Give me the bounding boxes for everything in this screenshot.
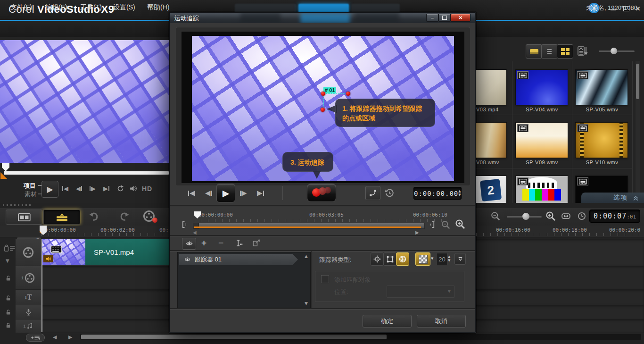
- preview-repeat-button[interactable]: [116, 185, 124, 193]
- timeline-scroll-right-button[interactable]: ▶: [68, 335, 72, 340]
- project-duration-button[interactable]: [577, 211, 586, 221]
- overlay-track-header[interactable]: 1: [16, 266, 41, 290]
- timeline-clip[interactable]: SP-V01.mp4: [42, 239, 172, 265]
- track-lock-all-button[interactable]: [4, 244, 16, 253]
- timeline-hscrollbar-thumb[interactable]: [81, 335, 387, 339]
- timecode-spinner[interactable]: ▲▼: [458, 190, 461, 197]
- preview-play-button[interactable]: ▶: [41, 181, 58, 198]
- library-cell[interactable]: V03.mp4: [475, 61, 512, 115]
- dialog-prev-frame-button[interactable]: ◀: [205, 190, 212, 197]
- preview-prev-frame-button[interactable]: ◀: [76, 185, 82, 192]
- media-thumbnail[interactable]: [475, 70, 506, 105]
- media-thumbnail[interactable]: [516, 70, 568, 105]
- timeline-ruler-left[interactable]: 00:00:00:00 00:00:02:00 00:00:0: [0, 226, 169, 237]
- timeline-playhead-line[interactable]: [41, 239, 42, 332]
- tracker-size-spinner[interactable]: ▲▼: [448, 253, 450, 264]
- preview-next-frame-button[interactable]: ▶: [90, 185, 96, 192]
- dialog-close-button[interactable]: ✕: [451, 14, 471, 22]
- media-thumbnail[interactable]: [576, 123, 627, 158]
- track-lock-overlay[interactable]: [5, 275, 12, 282]
- library-cell[interactable]: [512, 168, 572, 203]
- timeline-ruler-right[interactable]: 00:00:16:00 00:00:18:00 00:00:20:0: [476, 226, 644, 237]
- storyboard-view-button[interactable]: [6, 210, 42, 225]
- tracker-handle-dot[interactable]: [321, 92, 325, 96]
- dialog-track-bar[interactable]: [193, 223, 425, 229]
- preview-end-button[interactable]: ▶: [103, 185, 109, 192]
- list-scroll-down[interactable]: ▼: [305, 302, 308, 306]
- dialog-end-button[interactable]: ▶: [257, 190, 264, 197]
- pattern-dropdown-icon[interactable]: ▼: [431, 257, 433, 260]
- mode-clip-label[interactable]: 素材: [25, 190, 37, 199]
- library-cell[interactable]: SP-V09.wmv: [512, 115, 572, 168]
- start-tracking-button[interactable]: [307, 184, 336, 202]
- thumbnail-size-slider-knob[interactable]: [611, 48, 617, 54]
- media-thumbnail[interactable]: [516, 176, 568, 203]
- timeline-zoom-in-button[interactable]: [545, 210, 556, 222]
- media-thumbnail[interactable]: [576, 70, 627, 105]
- dialog-minimize-button[interactable]: –: [426, 14, 438, 22]
- list-scroll-up[interactable]: ▲: [305, 254, 308, 259]
- menu-help[interactable]: 帮助(H): [147, 3, 169, 12]
- undo-button[interactable]: [88, 210, 99, 222]
- tracker-list-item[interactable]: 跟踪器 01: [179, 254, 298, 265]
- library-sort-button[interactable]: [577, 45, 588, 57]
- library-cell[interactable]: SP-V05.wmv: [572, 61, 633, 115]
- tracker-size-input[interactable]: 20: [436, 253, 448, 265]
- timeline-timecode[interactable]: 0:00:07 :01: [589, 210, 640, 223]
- record-capture-button[interactable]: [142, 210, 156, 223]
- tracker-handle-dot[interactable]: [321, 108, 325, 112]
- menu-settings[interactable]: 设置(S): [113, 3, 135, 12]
- show-path-button[interactable]: [365, 186, 380, 200]
- library-cell[interactable]: 2: [475, 168, 512, 203]
- mode-project-label[interactable]: 项目: [24, 182, 36, 190]
- dialog-timecode[interactable]: 0:00:00.00 ▲▼: [413, 187, 462, 200]
- timeline-view-button[interactable]: [43, 210, 80, 225]
- add-match-checkbox[interactable]: [321, 275, 329, 283]
- timeline-zoom-slider-knob[interactable]: [522, 213, 529, 220]
- library-cell[interactable]: SP-V10.wmv: [572, 115, 633, 168]
- preview-playhead[interactable]: [2, 163, 9, 171]
- cancel-button[interactable]: 取消: [417, 315, 466, 327]
- voice-track-header[interactable]: [16, 305, 41, 319]
- media-thumbnail[interactable]: [516, 123, 568, 158]
- library-view-grid-button[interactable]: [557, 44, 573, 59]
- media-thumbnail[interactable]: [475, 123, 506, 158]
- add-tracker-button[interactable]: +: [201, 238, 206, 248]
- timeline-ruler-toggle-button[interactable]: [26, 334, 45, 342]
- mosaic-pattern-button[interactable]: [415, 252, 430, 266]
- hd-toggle-button[interactable]: HD: [142, 185, 152, 193]
- reset-history-button[interactable]: [384, 188, 395, 198]
- timeline-zoom-out-button[interactable]: [490, 211, 501, 221]
- tab-edit[interactable]: [298, 4, 349, 12]
- track-lock-music[interactable]: [5, 322, 12, 329]
- toggle-tracker-visibility-button[interactable]: [182, 238, 196, 250]
- preview-video[interactable]: [0, 40, 169, 163]
- extend-options-button[interactable]: [454, 253, 466, 265]
- options-toggle-button[interactable]: 选项: [581, 193, 644, 203]
- dialog-play-button[interactable]: ▶: [216, 184, 235, 202]
- preview-home-button[interactable]: ◀: [62, 185, 68, 192]
- preview-seek-bar[interactable]: [4, 171, 169, 175]
- timeline-scroll-left-button[interactable]: ◀: [53, 335, 57, 340]
- music-track-header[interactable]: 1: [16, 319, 41, 333]
- library-view-single-button[interactable]: [526, 44, 542, 59]
- mark-out-button[interactable]: [427, 220, 437, 230]
- library-cell[interactable]: V08.wmv: [475, 115, 512, 168]
- fit-project-button[interactable]: [560, 211, 572, 221]
- tab-capture[interactable]: [235, 4, 296, 12]
- ok-button[interactable]: 确定: [363, 315, 412, 327]
- dialog-home-button[interactable]: ◀: [188, 190, 195, 197]
- menu-edit[interactable]: 编辑(E): [45, 3, 67, 12]
- dialog-zoom-in-button[interactable]: [454, 218, 466, 230]
- track-lock-title[interactable]: [5, 294, 12, 302]
- export-tracker-button[interactable]: [252, 239, 261, 247]
- dialog-scroll-right[interactable]: ▶: [415, 230, 419, 235]
- track-collapse-button[interactable]: ▼: [6, 259, 9, 263]
- dialog-next-frame-button[interactable]: ▶: [240, 190, 247, 197]
- position-dropdown[interactable]: ▼: [387, 285, 455, 298]
- preview-volume-button[interactable]: [129, 185, 137, 193]
- tracker-handle-dot[interactable]: [346, 92, 350, 96]
- library-scrollbar[interactable]: [636, 61, 640, 203]
- menu-file[interactable]: 文件(F): [10, 3, 32, 12]
- track-lock-voice[interactable]: [5, 309, 12, 316]
